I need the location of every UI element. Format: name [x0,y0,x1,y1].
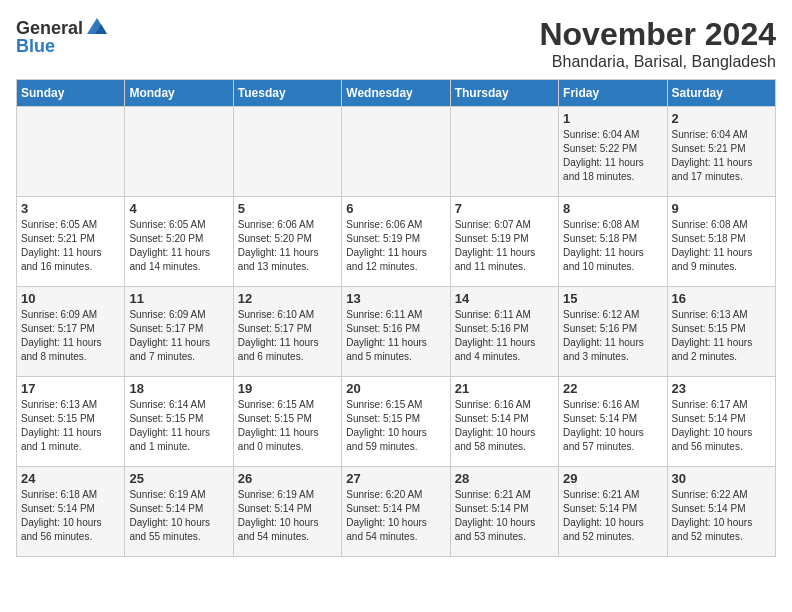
month-title: November 2024 [539,16,776,53]
calendar-cell: 4Sunrise: 6:05 AM Sunset: 5:20 PM Daylig… [125,197,233,287]
calendar-cell: 15Sunrise: 6:12 AM Sunset: 5:16 PM Dayli… [559,287,667,377]
day-info: Sunrise: 6:08 AM Sunset: 5:18 PM Dayligh… [672,218,771,274]
day-info: Sunrise: 6:06 AM Sunset: 5:20 PM Dayligh… [238,218,337,274]
day-info: Sunrise: 6:06 AM Sunset: 5:19 PM Dayligh… [346,218,445,274]
day-info: Sunrise: 6:19 AM Sunset: 5:14 PM Dayligh… [129,488,228,544]
calendar-cell: 23Sunrise: 6:17 AM Sunset: 5:14 PM Dayli… [667,377,775,467]
calendar-cell: 24Sunrise: 6:18 AM Sunset: 5:14 PM Dayli… [17,467,125,557]
calendar-week-1: 3Sunrise: 6:05 AM Sunset: 5:21 PM Daylig… [17,197,776,287]
day-info: Sunrise: 6:10 AM Sunset: 5:17 PM Dayligh… [238,308,337,364]
calendar-cell: 1Sunrise: 6:04 AM Sunset: 5:22 PM Daylig… [559,107,667,197]
day-number: 30 [672,471,771,486]
logo-icon [85,16,109,40]
day-number: 17 [21,381,120,396]
calendar-cell [342,107,450,197]
day-info: Sunrise: 6:21 AM Sunset: 5:14 PM Dayligh… [455,488,554,544]
day-number: 5 [238,201,337,216]
calendar-body: 1Sunrise: 6:04 AM Sunset: 5:22 PM Daylig… [17,107,776,557]
calendar-cell: 20Sunrise: 6:15 AM Sunset: 5:15 PM Dayli… [342,377,450,467]
calendar-cell: 3Sunrise: 6:05 AM Sunset: 5:21 PM Daylig… [17,197,125,287]
calendar-cell: 27Sunrise: 6:20 AM Sunset: 5:14 PM Dayli… [342,467,450,557]
day-info: Sunrise: 6:09 AM Sunset: 5:17 PM Dayligh… [21,308,120,364]
day-number: 12 [238,291,337,306]
day-info: Sunrise: 6:20 AM Sunset: 5:14 PM Dayligh… [346,488,445,544]
day-number: 20 [346,381,445,396]
day-number: 4 [129,201,228,216]
day-number: 18 [129,381,228,396]
calendar-header-row: SundayMondayTuesdayWednesdayThursdayFrid… [17,80,776,107]
day-info: Sunrise: 6:15 AM Sunset: 5:15 PM Dayligh… [346,398,445,454]
day-info: Sunrise: 6:11 AM Sunset: 5:16 PM Dayligh… [455,308,554,364]
calendar-header-tuesday: Tuesday [233,80,341,107]
logo: General Blue [16,16,109,57]
day-info: Sunrise: 6:12 AM Sunset: 5:16 PM Dayligh… [563,308,662,364]
calendar-cell: 22Sunrise: 6:16 AM Sunset: 5:14 PM Dayli… [559,377,667,467]
day-number: 13 [346,291,445,306]
location-title: Bhandaria, Barisal, Bangladesh [539,53,776,71]
day-number: 3 [21,201,120,216]
calendar-cell [450,107,558,197]
calendar-week-3: 17Sunrise: 6:13 AM Sunset: 5:15 PM Dayli… [17,377,776,467]
day-info: Sunrise: 6:21 AM Sunset: 5:14 PM Dayligh… [563,488,662,544]
calendar-header-wednesday: Wednesday [342,80,450,107]
calendar-cell: 16Sunrise: 6:13 AM Sunset: 5:15 PM Dayli… [667,287,775,377]
day-number: 14 [455,291,554,306]
day-number: 28 [455,471,554,486]
calendar-header-thursday: Thursday [450,80,558,107]
day-number: 9 [672,201,771,216]
calendar-cell: 9Sunrise: 6:08 AM Sunset: 5:18 PM Daylig… [667,197,775,287]
day-info: Sunrise: 6:13 AM Sunset: 5:15 PM Dayligh… [672,308,771,364]
day-info: Sunrise: 6:22 AM Sunset: 5:14 PM Dayligh… [672,488,771,544]
day-number: 22 [563,381,662,396]
day-number: 8 [563,201,662,216]
calendar-cell: 7Sunrise: 6:07 AM Sunset: 5:19 PM Daylig… [450,197,558,287]
day-number: 6 [346,201,445,216]
calendar-cell [233,107,341,197]
day-number: 16 [672,291,771,306]
calendar-header-sunday: Sunday [17,80,125,107]
calendar-cell: 26Sunrise: 6:19 AM Sunset: 5:14 PM Dayli… [233,467,341,557]
day-number: 29 [563,471,662,486]
calendar-cell: 19Sunrise: 6:15 AM Sunset: 5:15 PM Dayli… [233,377,341,467]
day-number: 1 [563,111,662,126]
logo-blue: Blue [16,36,55,57]
day-info: Sunrise: 6:04 AM Sunset: 5:22 PM Dayligh… [563,128,662,184]
day-info: Sunrise: 6:07 AM Sunset: 5:19 PM Dayligh… [455,218,554,274]
calendar-week-4: 24Sunrise: 6:18 AM Sunset: 5:14 PM Dayli… [17,467,776,557]
calendar-cell: 29Sunrise: 6:21 AM Sunset: 5:14 PM Dayli… [559,467,667,557]
title-block: November 2024 Bhandaria, Barisal, Bangla… [539,16,776,71]
calendar-cell: 11Sunrise: 6:09 AM Sunset: 5:17 PM Dayli… [125,287,233,377]
day-info: Sunrise: 6:09 AM Sunset: 5:17 PM Dayligh… [129,308,228,364]
calendar-cell [17,107,125,197]
calendar-cell: 6Sunrise: 6:06 AM Sunset: 5:19 PM Daylig… [342,197,450,287]
calendar-cell: 12Sunrise: 6:10 AM Sunset: 5:17 PM Dayli… [233,287,341,377]
calendar-cell: 17Sunrise: 6:13 AM Sunset: 5:15 PM Dayli… [17,377,125,467]
calendar-cell: 8Sunrise: 6:08 AM Sunset: 5:18 PM Daylig… [559,197,667,287]
day-info: Sunrise: 6:19 AM Sunset: 5:14 PM Dayligh… [238,488,337,544]
calendar-header-saturday: Saturday [667,80,775,107]
day-info: Sunrise: 6:16 AM Sunset: 5:14 PM Dayligh… [455,398,554,454]
calendar-cell: 10Sunrise: 6:09 AM Sunset: 5:17 PM Dayli… [17,287,125,377]
day-number: 24 [21,471,120,486]
day-number: 10 [21,291,120,306]
calendar-cell: 18Sunrise: 6:14 AM Sunset: 5:15 PM Dayli… [125,377,233,467]
day-info: Sunrise: 6:17 AM Sunset: 5:14 PM Dayligh… [672,398,771,454]
calendar-table: SundayMondayTuesdayWednesdayThursdayFrid… [16,79,776,557]
day-number: 7 [455,201,554,216]
day-info: Sunrise: 6:04 AM Sunset: 5:21 PM Dayligh… [672,128,771,184]
day-number: 21 [455,381,554,396]
day-info: Sunrise: 6:14 AM Sunset: 5:15 PM Dayligh… [129,398,228,454]
day-info: Sunrise: 6:13 AM Sunset: 5:15 PM Dayligh… [21,398,120,454]
calendar-week-0: 1Sunrise: 6:04 AM Sunset: 5:22 PM Daylig… [17,107,776,197]
day-number: 23 [672,381,771,396]
calendar-cell: 25Sunrise: 6:19 AM Sunset: 5:14 PM Dayli… [125,467,233,557]
calendar-cell: 13Sunrise: 6:11 AM Sunset: 5:16 PM Dayli… [342,287,450,377]
calendar-header-monday: Monday [125,80,233,107]
day-number: 11 [129,291,228,306]
calendar-cell: 21Sunrise: 6:16 AM Sunset: 5:14 PM Dayli… [450,377,558,467]
day-info: Sunrise: 6:15 AM Sunset: 5:15 PM Dayligh… [238,398,337,454]
day-number: 15 [563,291,662,306]
calendar-cell: 2Sunrise: 6:04 AM Sunset: 5:21 PM Daylig… [667,107,775,197]
day-number: 2 [672,111,771,126]
day-number: 26 [238,471,337,486]
